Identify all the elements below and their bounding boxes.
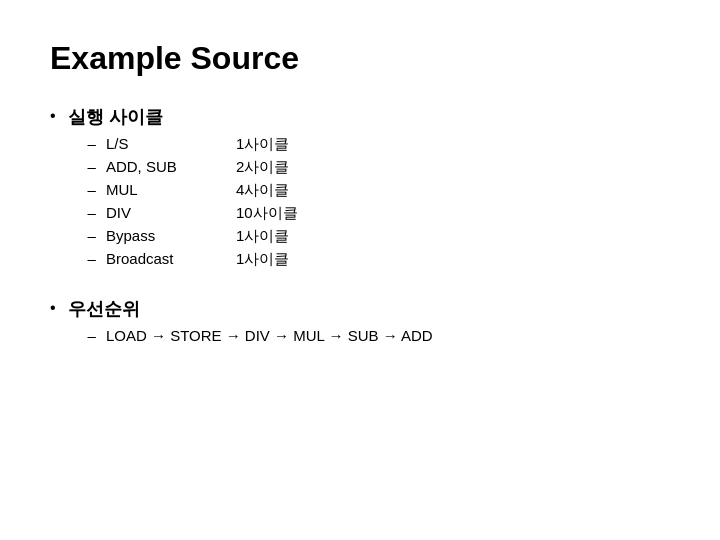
dash-icon: – xyxy=(88,327,96,344)
section-priority: • 우선순위 – LOAD → STORE → DIV → MUL → SUB … xyxy=(50,297,670,344)
item-value-ls: 1사이클 xyxy=(236,135,289,154)
dash-icon: – xyxy=(88,250,96,267)
list-item: – MUL 4사이클 xyxy=(88,181,298,200)
bullet-dot-1: • xyxy=(50,107,56,125)
section-label-priority: 우선순위 xyxy=(68,299,140,319)
priority-sub-list: – LOAD → STORE → DIV → MUL → SUB → ADD xyxy=(88,327,433,344)
list-item: – Broadcast 1사이클 xyxy=(88,250,298,269)
list-item: – ADD, SUB 2사이클 xyxy=(88,158,298,177)
dash-icon: – xyxy=(88,181,96,198)
page: Example Source • 실행 사이클 – L/S 1사이클 – ADD… xyxy=(0,0,720,540)
list-item: – LOAD → STORE → DIV → MUL → SUB → ADD xyxy=(88,327,433,344)
item-value-bypass: 1사이클 xyxy=(236,227,289,246)
dash-icon: – xyxy=(88,204,96,221)
page-title: Example Source xyxy=(50,40,670,77)
item-name-broadcast: Broadcast xyxy=(106,250,236,267)
bullet-item-priority: • 우선순위 – LOAD → STORE → DIV → MUL → SUB … xyxy=(50,297,670,344)
list-item: – DIV 10사이클 xyxy=(88,204,298,223)
item-value-mul: 4사이클 xyxy=(236,181,289,200)
item-name-bypass: Bypass xyxy=(106,227,236,244)
item-value-broadcast: 1사이클 xyxy=(236,250,289,269)
execution-sub-list: – L/S 1사이클 – ADD, SUB 2사이클 – MUL 4사이클 xyxy=(88,135,298,269)
list-item: – L/S 1사이클 xyxy=(88,135,298,154)
bullet-item-execution: • 실행 사이클 – L/S 1사이클 – ADD, SUB 2사이클 xyxy=(50,105,670,273)
dash-icon: – xyxy=(88,158,96,175)
dash-icon: – xyxy=(88,227,96,244)
list-item: – Bypass 1사이클 xyxy=(88,227,298,246)
bullet-dot-2: • xyxy=(50,299,56,317)
section-label-execution: 실행 사이클 xyxy=(68,107,163,127)
item-name-div: DIV xyxy=(106,204,236,221)
item-name-add-sub: ADD, SUB xyxy=(106,158,236,175)
item-value-div: 10사이클 xyxy=(236,204,298,223)
item-name-mul: MUL xyxy=(106,181,236,198)
section-execution-cycles: • 실행 사이클 – L/S 1사이클 – ADD, SUB 2사이클 xyxy=(50,105,670,273)
item-name-ls: L/S xyxy=(106,135,236,152)
item-value-add-sub: 2사이클 xyxy=(236,158,289,177)
dash-icon: – xyxy=(88,135,96,152)
priority-order: LOAD → STORE → DIV → MUL → SUB → ADD xyxy=(106,327,433,344)
